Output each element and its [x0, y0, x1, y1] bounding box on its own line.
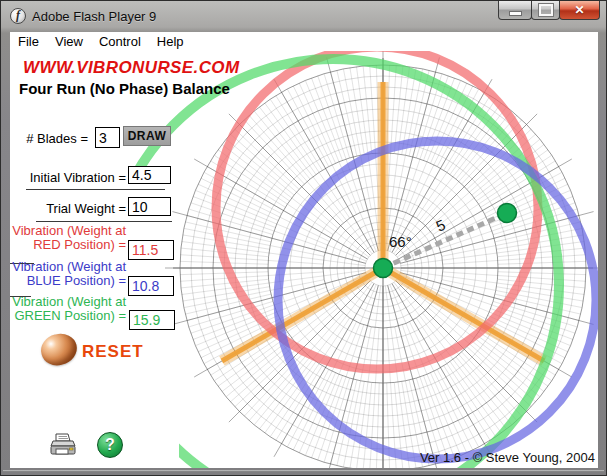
- maximize-button[interactable]: [531, 1, 560, 20]
- menu-bar: File View Control Help: [10, 32, 598, 51]
- menu-view[interactable]: View: [47, 33, 91, 50]
- red-vibration-circle: [216, 51, 538, 369]
- green-vibration-input[interactable]: [129, 310, 175, 330]
- menu-file[interactable]: File: [10, 33, 47, 50]
- blue-vibration-input[interactable]: [128, 276, 174, 296]
- reset-label[interactable]: RESET: [82, 342, 144, 362]
- version-text: Ver 1.6 - © Steve Young, 2004: [420, 450, 595, 465]
- menu-control[interactable]: Control: [91, 33, 149, 50]
- divider-line: [36, 221, 172, 222]
- trial-weight-input[interactable]: [128, 197, 171, 216]
- green-position-label: Vibration (Weight at GREEN Position) =: [10, 295, 126, 323]
- trial-weight-label: Trial Weight =: [10, 201, 126, 216]
- center-dot: [374, 259, 393, 278]
- help-icon[interactable]: ?: [97, 432, 123, 458]
- app-window: f Adobe Flash Player 9 ✕ File View Contr…: [0, 0, 607, 476]
- radius-label: 5: [433, 216, 448, 235]
- window-title: Adobe Flash Player 9: [32, 9, 156, 24]
- initial-vibration-input[interactable]: [128, 166, 171, 184]
- red-vibration-input[interactable]: [128, 240, 174, 260]
- minimize-icon: [509, 11, 522, 16]
- blue-position-label: Vibration (Weight at BLUE Position) =: [10, 260, 126, 288]
- maximize-icon: [539, 4, 553, 16]
- close-button[interactable]: ✕: [559, 1, 600, 20]
- menu-help[interactable]: Help: [149, 33, 192, 50]
- minimize-button[interactable]: [498, 1, 532, 20]
- print-icon[interactable]: [47, 433, 77, 460]
- page-title: Four Run (No Phase) Balance: [19, 80, 230, 97]
- angle-label: 66°: [389, 233, 412, 250]
- draw-button[interactable]: DRAW: [123, 126, 171, 146]
- initial-vibration-label: Initial Vibration =: [10, 170, 126, 185]
- flash-player-icon: f: [10, 8, 26, 24]
- blades-label: # Blades =: [10, 131, 88, 146]
- close-icon: ✕: [574, 3, 584, 17]
- blades-input[interactable]: [95, 127, 120, 148]
- red-position-label: Vibration (Weight at RED Position) =: [10, 224, 126, 252]
- window-controls: ✕: [499, 1, 600, 20]
- site-logo: WWW.VIBRONURSE.COM: [23, 58, 240, 78]
- divider-line: [26, 189, 165, 190]
- title-bar[interactable]: f Adobe Flash Player 9 ✕: [1, 1, 606, 32]
- weight-position-dot: [498, 204, 517, 223]
- flash-stage: 66°5 WWW.VIBRONURSE.COM Four Run (No Pha…: [10, 51, 598, 468]
